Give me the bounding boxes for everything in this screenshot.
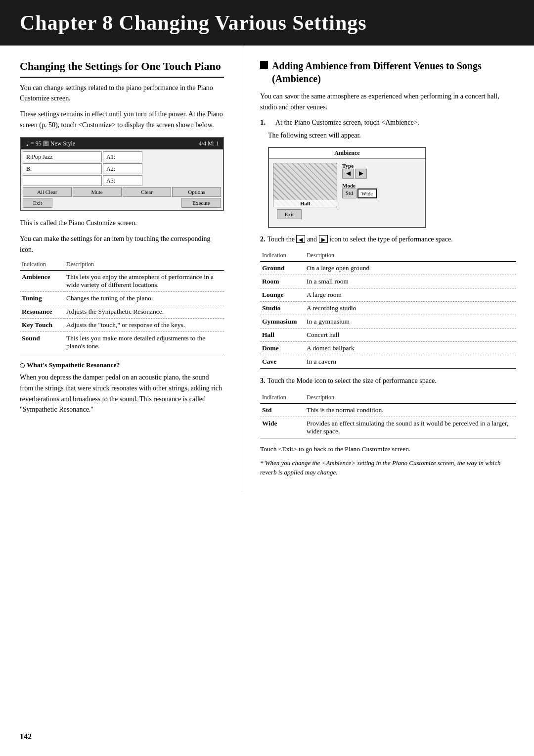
table-desc: A domed ballpark: [305, 342, 516, 355]
settings-table: Indication Description AmbienceThis lets…: [20, 260, 224, 353]
exit-button[interactable]: Exit: [23, 198, 52, 208]
step-3-num: 3.: [260, 376, 266, 386]
table-row: StdThis is the normal condition.: [260, 403, 516, 417]
std-button[interactable]: Std: [342, 189, 356, 198]
table-row: HallConcert hall: [260, 329, 516, 342]
ambience-screen: Ambience Hall Exit Type: [268, 147, 426, 228]
table-desc: Adjusts the Sympathetic Resonance.: [64, 305, 224, 319]
table-desc: In a small room: [305, 275, 516, 288]
table-row: LoungeA large room: [260, 288, 516, 302]
left-para3: This is called the Piano Customize scree…: [20, 218, 224, 229]
step-3-text: Touch the Mode icon to select the size o…: [267, 376, 437, 386]
table-col1-header: Indication: [20, 260, 64, 271]
ambience-image-inner: Hall: [273, 163, 337, 207]
left-section-title: Changing the Settings for One Touch Pian…: [20, 59, 224, 78]
table-desc: This is the normal condition.: [305, 403, 516, 417]
table-col2-header: Description: [64, 260, 224, 271]
ambience-arrows: ◀ ▶: [342, 169, 377, 179]
table-desc: A recording studio: [305, 302, 516, 315]
table-row: TuningChanges the tuning of the piano.: [20, 292, 224, 305]
chapter-header: Chapter 8 Changing Various Settings: [0, 0, 534, 46]
execute-button[interactable]: Execute: [181, 198, 221, 208]
right-para1: You can savor the same atmosphere as exp…: [260, 91, 516, 112]
wide-button[interactable]: Wide: [357, 189, 377, 198]
left-column: Changing the Settings for One Touch Pian…: [0, 46, 242, 491]
piano-cell-a2: A2:: [103, 163, 142, 174]
mode-buttons: Std Wide: [342, 189, 377, 198]
table-row: AmbienceThis lets you enjoy the atmosphe…: [20, 271, 224, 292]
left-arrow-button[interactable]: ◀: [342, 169, 354, 179]
right-section-title: Adding Ambience from Different Venues to…: [260, 59, 516, 85]
step-1-num: 1.: [260, 118, 266, 126]
table-row: DomeA domed ballpark: [260, 342, 516, 355]
piano-screen-body: R:Pop Jazz A1: B: A2: A3: All: [21, 149, 223, 210]
ambience-type-table: Indication Description GroundOn a large …: [260, 251, 516, 369]
piano-row-3: A3:: [23, 175, 221, 186]
step-2-num: 2.: [260, 234, 266, 245]
piano-screen-header: ♩= 95 圖 New Style 4/4 M: 1: [21, 138, 223, 149]
step-2: 2. Touch the ◀ and ▶ icon to select the …: [260, 234, 516, 245]
table-desc: Provides an effect simulating the sound …: [305, 417, 516, 438]
table-label: Sound: [20, 332, 64, 353]
table-row: GymnasiumIn a gymnasium: [260, 315, 516, 329]
left-para2: These settings remains in effect until y…: [20, 109, 224, 130]
table-desc: A large room: [305, 288, 516, 302]
piano-screen-header-left: ♩= 95 圖 New Style: [25, 140, 75, 148]
table-label: Wide: [260, 417, 305, 438]
table-label: Resonance: [20, 305, 64, 319]
table-label: Hall: [260, 329, 305, 342]
options-button[interactable]: Options: [172, 187, 221, 197]
table-desc: Concert hall: [305, 329, 516, 342]
italic-note: * When you change the <Ambience> setting…: [260, 458, 516, 477]
table-desc: Adjusts the "touch," or response of the …: [64, 319, 224, 332]
ambience-left-panel: Hall Exit: [273, 163, 337, 223]
piano-cell-b: B:: [23, 163, 102, 174]
mute-button[interactable]: Mute: [73, 187, 122, 197]
table-label: Key Touch: [20, 319, 64, 332]
table3-col1-header: Indication: [260, 393, 305, 404]
piano-row-1: R:Pop Jazz A1:: [23, 151, 221, 162]
all-clear-button[interactable]: All Clear: [23, 187, 72, 197]
type-control: Type ◀ ▶: [342, 163, 377, 179]
table-label: Ambience: [20, 271, 64, 292]
ambience-screen-body: Hall Exit Type ◀ ▶: [269, 159, 425, 227]
step-3: 3. Touch the Mode icon to select the siz…: [260, 376, 516, 386]
type-label: Type: [342, 163, 377, 169]
black-square-icon: [260, 61, 268, 69]
table-desc: This lets you enjoy the atmosphere of pe…: [64, 271, 224, 292]
clear-button[interactable]: Clear: [123, 187, 172, 197]
table-row: StudioA recording studio: [260, 302, 516, 315]
table2-col2-header: Description: [305, 251, 516, 262]
table-label: Gymnasium: [260, 315, 305, 329]
step-1: 1. At the Piano Customize screen, touch …: [260, 117, 516, 141]
table-label: Cave: [260, 355, 305, 369]
piano-screen-header-right: 4/4 M: 1: [199, 140, 219, 147]
left-para4: You can make the settings for an item by…: [20, 234, 224, 255]
table-desc: On a large open ground: [305, 262, 516, 275]
table-label: Dome: [260, 342, 305, 355]
table-row: WideProvides an effect simulating the so…: [260, 417, 516, 438]
ambience-mode-table: Indication Description StdThis is the no…: [260, 393, 516, 438]
table-row: ResonanceAdjusts the Sympathetic Resonan…: [20, 305, 224, 319]
right-column: Adding Ambience from Different Venues to…: [242, 46, 534, 491]
table-label: Ground: [260, 262, 305, 275]
chapter-title: Chapter 8 Changing Various Settings: [20, 11, 514, 35]
step-1-text: At the Piano Customize screen, touch <Am…: [275, 119, 419, 126]
table-label: Lounge: [260, 288, 305, 302]
ambience-exit-button[interactable]: Exit: [277, 209, 302, 219]
table-row: RoomIn a small room: [260, 275, 516, 288]
table2-col1-header: Indication: [260, 251, 305, 262]
right-arrow-icon: ▶: [319, 235, 328, 243]
table-row: SoundThis lets you make more detailed ad…: [20, 332, 224, 353]
piano-cell-a3: A3:: [103, 175, 142, 186]
page-number: 142: [20, 732, 32, 741]
table-desc: In a gymnasium: [305, 315, 516, 329]
table-desc: In a cavern: [305, 355, 516, 369]
right-arrow-button[interactable]: ▶: [355, 169, 367, 179]
step-1-sub: The following screen will appear.: [268, 130, 516, 141]
left-para1: You can change settings related to the p…: [20, 83, 224, 104]
table-desc: Changes the tuning of the piano.: [64, 292, 224, 305]
piano-btn-row-1: All Clear Mute Clear Options: [23, 187, 221, 197]
table-row: Key TouchAdjusts the "touch," or respons…: [20, 319, 224, 332]
piano-btn-row-2: Exit Execute: [23, 198, 221, 208]
